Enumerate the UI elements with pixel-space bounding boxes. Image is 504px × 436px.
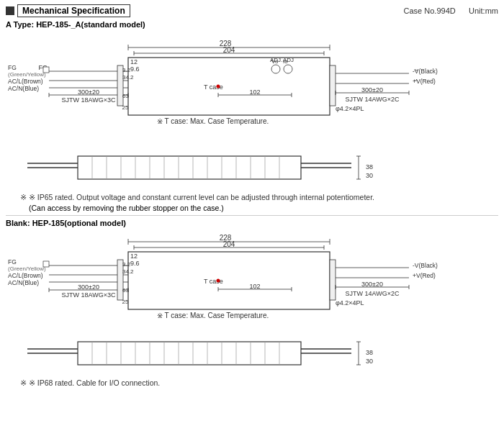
svg-text:63: 63: [122, 287, 129, 294]
diagram-blank-side: 38 30: [6, 336, 498, 376]
diagram-blank-top: 228 204 12 9.6 FG (Green/Yellow) AC/L(Br…: [6, 230, 498, 342]
svg-text:30: 30: [366, 172, 373, 179]
svg-text:T case: T case: [204, 83, 223, 91]
svg-text:63: 63: [122, 93, 129, 99]
header: Mechanical Specification Case No.994D Un…: [6, 4, 498, 17]
svg-text:300±20: 300±20: [361, 86, 383, 94]
page-title: Mechanical Specification: [17, 4, 130, 17]
title-box: Mechanical Specification: [6, 4, 130, 17]
diagram-a-side: 38 30: [6, 149, 498, 191]
svg-text:→: →: [413, 66, 419, 73]
svg-text:102: 102: [249, 88, 260, 96]
svg-text:SJTW 18AWG×3C: SJTW 18AWG×3C: [62, 96, 116, 104]
svg-text:300±20: 300±20: [361, 281, 383, 288]
svg-text:204: 204: [223, 240, 235, 248]
svg-point-30: [271, 65, 280, 73]
note-symbol-blank: ※: [20, 378, 27, 387]
svg-text:+V(Red): +V(Red): [413, 272, 436, 279]
svg-text:3.2: 3.2: [122, 261, 131, 268]
diagram-a-top: 228 204 12 9.6 FG FG (Green/Yellow) AC/L…: [6, 32, 498, 153]
svg-text:(Green/Yellow): (Green/Yellow): [8, 265, 46, 272]
svg-text:AC/N(Blue): AC/N(Blue): [8, 85, 39, 92]
svg-rect-29: [330, 65, 336, 106]
svg-text:9.6: 9.6: [130, 65, 140, 73]
svg-text:3.2: 3.2: [122, 67, 131, 73]
svg-text:※ T case: Max. Case Temperatur: ※ T case: Max. Case Temperature.: [157, 117, 269, 125]
svg-text:-V(Black): -V(Black): [413, 262, 438, 269]
svg-text:204: 204: [223, 46, 235, 54]
svg-text:AC/L(Brown): AC/L(Brown): [8, 272, 43, 279]
section-a-label: A Type: HEP-185-_A(standard model): [6, 20, 498, 29]
note-a-ip65-cont: (Can access by removing the rubber stopp…: [29, 204, 498, 212]
svg-rect-108: [330, 260, 336, 300]
svg-text:25: 25: [122, 104, 129, 111]
svg-text:(Green/Yellow): (Green/Yellow): [8, 71, 46, 78]
case-info: Case No.994D Unit:mm: [404, 6, 498, 15]
svg-text:ADJ.: ADJ.: [270, 57, 282, 63]
svg-text:300±20: 300±20: [78, 283, 99, 291]
svg-text:AC/L(Brown): AC/L(Brown): [8, 78, 43, 85]
svg-rect-80: [128, 252, 330, 309]
svg-text:φ4.2×4PL: φ4.2×4PL: [336, 105, 364, 112]
divider: [6, 215, 498, 216]
svg-rect-0: [128, 58, 330, 115]
note-blank-ip68: ※ ※ IP68 rated. Cable for I/O connection…: [20, 378, 498, 387]
svg-text:34.2: 34.2: [122, 268, 134, 275]
svg-text:30: 30: [366, 358, 373, 365]
svg-text:FG: FG: [8, 258, 17, 265]
svg-text:9.6: 9.6: [130, 260, 140, 267]
svg-text:AC/N(Blue): AC/N(Blue): [8, 279, 39, 286]
svg-text:12: 12: [130, 253, 138, 260]
svg-text:38: 38: [366, 349, 373, 356]
note-symbol-a: ※: [20, 193, 27, 201]
svg-text:SJTW 14AWG×2C: SJTW 14AWG×2C: [346, 96, 400, 103]
svg-text:T case: T case: [204, 278, 223, 285]
svg-point-31: [284, 65, 292, 73]
unit: Unit:mm: [469, 6, 498, 15]
title-icon: [6, 6, 14, 15]
svg-rect-58: [78, 156, 301, 179]
svg-rect-129: [78, 342, 301, 365]
note-a-ip65: ※ ※ IP65 rated. Output voltage and const…: [20, 193, 498, 201]
section-blank-label: Blank: HEP-185(optional model): [6, 219, 498, 227]
svg-text:SJTW 18AWG×3C: SJTW 18AWG×3C: [62, 291, 116, 299]
svg-text:38: 38: [366, 163, 373, 171]
svg-text:12: 12: [130, 58, 138, 65]
svg-text:300±20: 300±20: [78, 88, 99, 96]
svg-text:→: →: [413, 76, 419, 83]
svg-text:FG: FG: [8, 64, 17, 71]
svg-text:102: 102: [249, 283, 260, 290]
case-no: Case No.994D: [404, 6, 456, 15]
svg-text:※ T case: Max. Case Temperatur: ※ T case: Max. Case Temperature.: [157, 312, 269, 319]
svg-text:ADJ: ADJ: [283, 57, 294, 63]
svg-text:φ4.2×4PL: φ4.2×4PL: [336, 299, 364, 306]
svg-text:25: 25: [122, 299, 129, 305]
svg-point-110: [217, 279, 220, 283]
svg-text:SJTW 14AWG×2C: SJTW 14AWG×2C: [346, 290, 400, 297]
svg-text:34.2: 34.2: [122, 74, 134, 81]
svg-point-37: [217, 85, 220, 88]
